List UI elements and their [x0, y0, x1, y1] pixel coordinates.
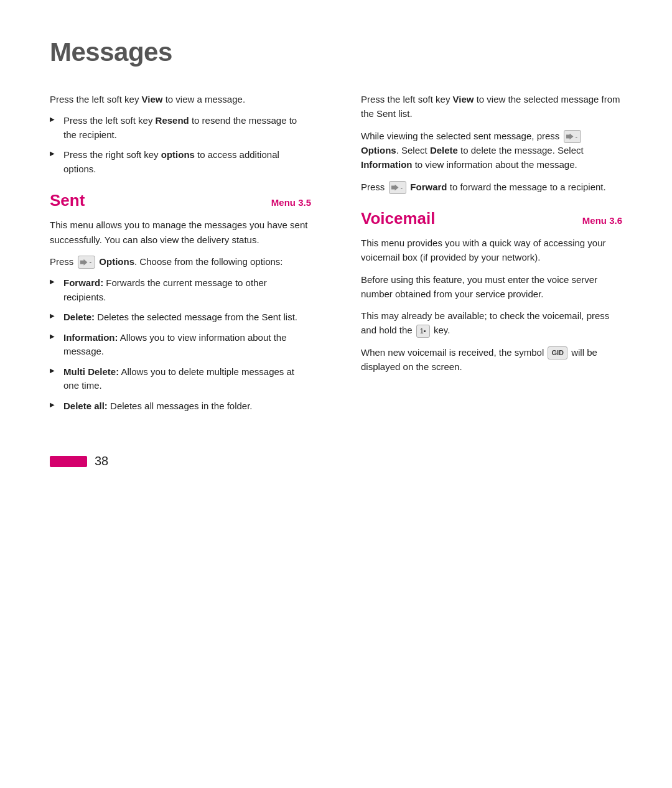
voicemail-title: Voicemail	[361, 209, 435, 228]
left-intro-paragraph: Press the left soft key View to view a m…	[50, 92, 311, 106]
sent-title: Sent	[50, 191, 85, 210]
sent-bullet-multi-delete: Multi Delete: Allows you to delete multi…	[50, 365, 311, 393]
sent-options-line: Press - Options. Choose from the followi…	[50, 254, 311, 269]
right-options-key-label: -	[576, 131, 578, 142]
options-key-label: -	[90, 257, 92, 267]
page-number: 38	[95, 454, 108, 468]
sent-menu: Menu 3.5	[271, 197, 311, 208]
options-key-icon: -	[78, 256, 96, 269]
sent-bullet-forward: Forward: Forwards the current message to…	[50, 276, 311, 304]
intro-bullet-2: Press the right soft key options to acce…	[50, 148, 311, 176]
right-view-line: Press the left soft key View to view the…	[361, 92, 622, 121]
page-bar-accent	[50, 456, 87, 467]
arrow-icon	[80, 259, 88, 266]
page-title: Messages	[50, 37, 622, 67]
voicemail-para3: This may already be available; to check …	[361, 308, 622, 338]
sent-options-list: Forward: Forwards the current message to…	[50, 276, 311, 413]
sent-bullet-delete: Delete: Deletes the selected message fro…	[50, 310, 311, 325]
right-options-key-icon: -	[564, 130, 582, 143]
forward-arrow-icon	[391, 185, 399, 191]
intro-bullet-1: Press the left soft key Resend to resend…	[50, 114, 311, 142]
right-forward-line: Press - Forward to forward the message t…	[361, 180, 622, 195]
right-arrow-icon	[566, 134, 574, 140]
forward-key-icon: -	[389, 181, 407, 194]
voicemail-para2: Before using this feature, you must ente…	[361, 272, 622, 302]
voicemail-para1: This menu provides you with a quick way …	[361, 236, 622, 265]
left-column: Press the left soft key View to view a m…	[50, 92, 317, 423]
sent-description: This menu allows you to manage the messa…	[50, 218, 311, 247]
voicemail-para4: When new voicemail is received, the symb…	[361, 345, 622, 374]
voicemail-symbol-icon: GID	[548, 346, 567, 359]
sent-section-header: Sent Menu 3.5	[50, 191, 311, 210]
right-column: Press the left soft key View to view the…	[355, 92, 622, 423]
right-while-viewing: While viewing the selected sent message,…	[361, 129, 622, 172]
forward-key-label: -	[401, 182, 403, 193]
page-bar: 38	[50, 454, 622, 468]
sent-bullet-information: Information: Allows you to view informat…	[50, 331, 311, 359]
voicemail-menu: Menu 3.6	[582, 215, 622, 226]
voicemail-section-header: Voicemail Menu 3.6	[361, 209, 622, 228]
one-key-icon: 1▪	[416, 325, 430, 338]
sent-bullet-delete-all: Delete all: Deletes all messages in the …	[50, 399, 311, 414]
intro-bullet-list: Press the left soft key Resend to resend…	[50, 114, 311, 176]
